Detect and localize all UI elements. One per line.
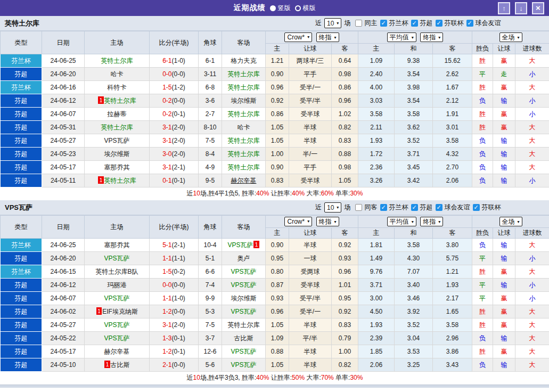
crow-home-odds: 0.90 xyxy=(266,161,289,174)
avg-draw-odds: 3.58 xyxy=(395,108,433,121)
date-cell: 24-06-02 xyxy=(42,305,85,318)
fulltime-score: 0-2 xyxy=(162,110,171,118)
avg-home-odds: 1.09 xyxy=(358,54,395,68)
average-select[interactable]: 平均值▾ xyxy=(387,32,416,42)
crow-stage-select[interactable]: 终指▾ xyxy=(316,217,339,226)
bookmaker-select[interactable]: Crow*▾ xyxy=(284,217,312,226)
avg-away-odds: 2.12 xyxy=(433,94,472,108)
crow-away-odds: 0.83 xyxy=(332,318,358,332)
score-cell: 3-0(2-0) xyxy=(150,148,199,161)
team-name: 英特土尔库 xyxy=(0,19,39,28)
halftime-score: (1-2) xyxy=(172,84,185,91)
home-team-cell: 英特土尔库 xyxy=(85,54,150,68)
match-row: 芬超24-06-07拉赫蒂0-2(0-1)2-7英特土尔库0.86受半球1.02… xyxy=(1,108,549,121)
avg-away-odds: 3.58 xyxy=(433,318,472,332)
date-cell: 24-06-20 xyxy=(42,252,85,265)
summary-segment: 30% xyxy=(350,374,363,381)
league-checkbox[interactable] xyxy=(436,20,443,27)
corners-cell: 5-6 xyxy=(199,358,222,372)
match-row: 芬超24-06-121英特土尔库0-2(0-0)3-6埃尔维斯0.92受平/半0… xyxy=(1,94,549,108)
away-team-cell: VPS瓦萨1 xyxy=(222,239,266,252)
avg-home-odds: 3.71 xyxy=(358,279,395,292)
crow-odds-group: Crow*▾ 终指▾ xyxy=(266,216,358,228)
same-venue-checkbox[interactable] xyxy=(355,204,362,211)
result-handicap: 输 xyxy=(493,279,515,292)
avg-draw-odds: 3.40 xyxy=(395,279,433,292)
fulltime-select[interactable]: 全场▾ xyxy=(499,217,522,226)
chevron-down-icon: ▾ xyxy=(337,205,339,210)
col-away: 客场 xyxy=(222,216,266,239)
vertical-layout-radio[interactable]: 竖版 xyxy=(270,4,291,13)
fulltime-score: 3-1 xyxy=(162,124,171,131)
chevron-down-icon: ▾ xyxy=(518,219,520,224)
crow-handicap: 受平/半 xyxy=(289,292,332,305)
home-team-name: 英特土尔库 xyxy=(101,57,133,64)
away-team-name: 英特土尔库 xyxy=(228,150,260,158)
recent-results-panel: 近期战绩 竖版 横版 ↑ ↓ × 英特土尔库 近 10▾ 场 xyxy=(0,0,549,388)
crow-odds-group: Crow*▾ 终指▾ xyxy=(266,31,358,44)
avg-away-odds: 5.75 xyxy=(433,252,472,265)
average-odds-group: 平均值▾ 终指▾ xyxy=(358,216,472,228)
halftime-score: (2-0) xyxy=(172,124,185,131)
fulltime-score: 6-1 xyxy=(162,57,171,64)
crow-handicap: 半球 xyxy=(289,239,332,252)
crow-stage-select[interactable]: 终指▾ xyxy=(316,32,339,42)
home-team-name: 玛丽港 xyxy=(108,281,127,289)
col-crow-away: 客 xyxy=(332,44,358,54)
league-type-cell: 芬超 xyxy=(1,148,42,161)
average-stage-select[interactable]: 终指▾ xyxy=(420,217,443,226)
match-row: 芬超24-05-31英特土尔库3-1(2-0)8-10哈卡1.05半球0.822… xyxy=(1,121,549,134)
away-team-cell: 英特土尔库 xyxy=(222,68,266,81)
average-stage-select[interactable]: 终指▾ xyxy=(420,32,443,42)
avg-draw-odds: 3.71 xyxy=(395,148,433,161)
move-up-button[interactable]: ↑ xyxy=(498,2,510,14)
away-team-name: VPS瓦萨 xyxy=(231,348,256,355)
chevron-down-icon: ▾ xyxy=(412,35,414,40)
crow-handicap: 一球 xyxy=(289,252,332,265)
fulltime-select[interactable]: 全场▾ xyxy=(499,32,522,42)
fulltime-score: 1-5 xyxy=(162,268,171,275)
horizontal-layout-radio[interactable]: 横版 xyxy=(295,4,316,13)
home-team-cell: 英特土尔库B队 xyxy=(85,265,150,279)
titlebar-buttons: ↑ ↓ × xyxy=(498,2,549,14)
crow-away-odds: 0.82 xyxy=(332,358,358,372)
league-checkbox[interactable] xyxy=(436,204,443,211)
fulltime-score: 5-1 xyxy=(162,241,171,249)
summary-segment: 40% xyxy=(256,374,269,381)
crow-home-odds: 0.96 xyxy=(266,81,289,94)
away-team-cell: 埃尔维斯 xyxy=(222,94,266,108)
result-wdl: 胜 xyxy=(472,54,493,68)
average-select[interactable]: 平均值▾ xyxy=(387,217,416,226)
same-venue-checkbox[interactable] xyxy=(355,20,362,27)
corners-cell: 3-6 xyxy=(199,94,222,108)
league-checkbox[interactable] xyxy=(411,204,418,211)
league-checkbox[interactable] xyxy=(380,204,387,211)
away-team-name[interactable]: 赫尔辛基 xyxy=(231,177,257,184)
match-count-select[interactable]: 10▾ xyxy=(324,202,341,213)
away-team-cell: 哈卡 xyxy=(222,121,266,134)
crow-home-odds: 0.80 xyxy=(266,265,289,279)
move-down-button[interactable]: ↓ xyxy=(515,2,527,14)
close-button[interactable]: × xyxy=(532,2,544,14)
bookmaker-select[interactable]: Crow*▾ xyxy=(284,32,312,42)
league-checkbox[interactable] xyxy=(466,20,473,27)
league-checkbox[interactable] xyxy=(473,204,480,211)
avg-home-odds: 2.06 xyxy=(358,358,395,372)
crow-handicap: 受半/一 xyxy=(289,305,332,318)
summary-segment: 50% xyxy=(292,374,305,381)
league-type-cell: 芬超 xyxy=(1,318,42,332)
league-checkbox[interactable] xyxy=(411,20,418,27)
crow-away-odds: 0.92 xyxy=(332,239,358,252)
away-team-cell: VPS瓦萨 xyxy=(222,305,266,318)
home-team-name: 赫尔辛基 xyxy=(104,348,130,355)
home-team-name: VPS瓦萨 xyxy=(104,295,129,302)
fulltime-score: 3-1 xyxy=(162,321,171,329)
col-avg-draw: 和 xyxy=(395,44,433,54)
match-count-select[interactable]: 10▾ xyxy=(324,18,341,28)
league-filter-label: 芬超 xyxy=(420,19,432,28)
crow-home-odds: 1.05 xyxy=(266,121,289,134)
col-crow-home: 主 xyxy=(266,228,289,239)
league-checkbox[interactable] xyxy=(380,20,387,27)
avg-home-odds: 4.00 xyxy=(358,81,395,94)
halftime-score: (0-0) xyxy=(172,361,185,369)
